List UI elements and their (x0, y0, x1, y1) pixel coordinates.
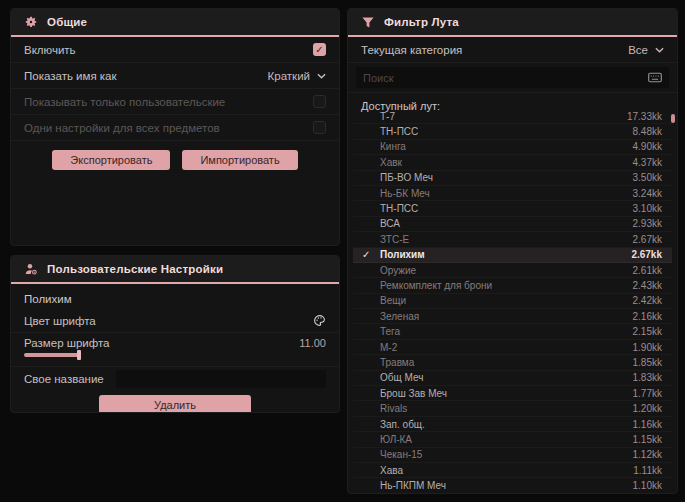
custom-settings-header: Пользовательские Настройки (11, 256, 339, 284)
loot-item-value: 4.37kk (633, 157, 662, 168)
loot-item-value: 2.15kk (633, 326, 662, 337)
loot-item-name: ВСА (380, 218, 633, 229)
export-button[interactable]: Экспортировать (52, 150, 170, 170)
loot-item-value: 2.42kk (633, 295, 662, 306)
loot-item-value: 1.16kk (633, 419, 662, 430)
loot-filter-panel: Фильтр Лута Текущая категория Все Доступ… (347, 8, 678, 494)
loot-item-row[interactable]: Брош Зав Меч1.77kk (353, 386, 672, 401)
loot-item-row[interactable]: ЮЛ-КА1.15kk (353, 432, 672, 447)
only-custom-label: Показывать только пользовательские (24, 96, 225, 108)
show-name-label: Показать имя как (24, 70, 117, 82)
enable-checkbox[interactable]: ✓ (313, 43, 326, 56)
loot-item-value: 1.77kk (633, 388, 662, 399)
loot-item-name: Хавк (380, 157, 633, 168)
loot-item-value: 2.67kk (633, 234, 662, 245)
loot-item-value: 2.16kk (633, 311, 662, 322)
loot-item-value: 3.24kk (633, 188, 662, 199)
loot-item-row[interactable]: ПБ-ВО Меч3.50kk (353, 171, 672, 186)
custom-settings-panel: Пользовательские Настройки Полихим Цвет … (10, 255, 340, 413)
delete-button[interactable]: Удалить (99, 395, 251, 413)
loot-item-row[interactable]: Вещи2.42kk (353, 294, 672, 309)
loot-item-name: Травма (380, 357, 633, 368)
loot-item-row[interactable]: ВСА2.93kk (353, 217, 672, 232)
loot-item-row[interactable]: Хавк4.37kk (353, 155, 672, 170)
loot-filter-title: Фильтр Лута (384, 16, 459, 28)
loot-item-row[interactable]: Общ Меч1.83kk (353, 371, 672, 386)
loot-item-value: 17.33kk (627, 111, 662, 122)
search-input[interactable] (363, 72, 648, 84)
export-import-row: Экспортировать Импортировать (11, 141, 339, 179)
loot-item-value: 4.90kk (633, 141, 662, 152)
loot-item-row[interactable]: Кинга4.90kk (353, 140, 672, 155)
loot-item-value: 8.48kk (633, 126, 662, 137)
loot-item-row[interactable]: Ремкомплект для брони2.43kk (353, 278, 672, 293)
loot-item-name: Общ Меч (380, 372, 633, 383)
loot-item-row[interactable]: ЗТС-Е2.67kk (353, 232, 672, 247)
loot-item-value: 1.11kk (633, 465, 662, 476)
only-custom-checkbox[interactable] (313, 95, 326, 108)
same-settings-checkbox[interactable] (313, 121, 326, 134)
loot-item-row[interactable]: ✓Полихим2.67kk (353, 248, 672, 263)
loot-item-name: Брош Зав Меч (380, 388, 633, 399)
only-custom-row: Показывать только пользовательские (11, 89, 339, 115)
loot-item-value: 3.50kk (633, 172, 662, 183)
keyboard-icon[interactable] (648, 72, 662, 83)
loot-item-row[interactable]: Т-717.33kk (353, 109, 672, 124)
loot-item-value: 1.15kk (633, 434, 662, 445)
category-value: Все (628, 44, 648, 56)
loot-item-name: Тега (380, 326, 633, 337)
loot-item-row[interactable]: Оружие2.61kk (353, 263, 672, 278)
category-label: Текущая категория (361, 44, 462, 56)
scrollbar-thumb[interactable] (671, 114, 675, 123)
loot-item-name: Ремкомплект для брони (380, 280, 633, 291)
loot-item-name: Хава (380, 465, 633, 476)
loot-item-name: ТН-ПСС (380, 126, 633, 137)
loot-item-value: 2.61kk (633, 265, 662, 276)
loot-item-name: Rivals (380, 403, 633, 414)
check-icon: ✓ (362, 249, 370, 260)
search-box (356, 67, 669, 88)
loot-item-name: Зап. общ. (380, 419, 633, 430)
loot-item-value: 1.10kk (633, 480, 662, 491)
loot-item-name: Чекан-15 (380, 449, 633, 460)
loot-item-row[interactable]: Rivals1.20kk (353, 401, 672, 416)
loot-item-row[interactable]: ТН-ПСС8.48kk (353, 124, 672, 139)
loot-item-row[interactable]: Зеленая2.16kk (353, 309, 672, 324)
slider-thumb-handle[interactable] (77, 350, 81, 360)
show-name-value: Краткий (268, 70, 310, 82)
font-size-slider[interactable] (24, 353, 80, 357)
loot-item-row[interactable]: Нь-БК Меч3.24kk (353, 186, 672, 201)
loot-item-row[interactable]: Нь-ПКПМ Меч1.10kk (353, 478, 672, 491)
loot-item-row[interactable]: М-21.90kk (353, 340, 672, 355)
same-settings-label: Одни настройки для всех предметов (24, 122, 220, 134)
loot-item-row[interactable]: Зап. общ.1.16kk (353, 417, 672, 432)
chevron-down-icon (317, 73, 326, 79)
loot-item-row[interactable]: ТН-ПСС3.10kk (353, 201, 672, 216)
custom-name-input[interactable] (116, 370, 326, 388)
general-panel-title: Общие (47, 16, 87, 28)
loot-item-value: 1.90kk (633, 342, 662, 353)
custom-settings-title: Пользовательские Настройки (47, 263, 223, 275)
font-size-row: Размер шрифта 11.00 (11, 333, 339, 367)
loot-item-name: ЮЛ-КА (380, 434, 633, 445)
custom-name-label: Свое название (24, 373, 104, 385)
loot-item-value: 2.67kk (631, 249, 662, 260)
loot-item-row[interactable]: Чекан-151.12kk (353, 448, 672, 463)
loot-filter-header: Фильтр Лута (348, 9, 677, 37)
selected-item-name: Полихим (11, 284, 339, 309)
show-name-dropdown[interactable]: Краткий (268, 70, 326, 82)
loot-item-name: Зеленая (380, 311, 633, 322)
custom-name-row: Свое название (11, 367, 339, 391)
loot-item-row[interactable]: Хава1.11kk (353, 463, 672, 478)
loot-item-row[interactable]: Травма1.85kk (353, 355, 672, 370)
loot-item-value: 1.85kk (633, 357, 662, 368)
show-name-row: Показать имя как Краткий (11, 63, 339, 89)
loot-item-name: Оружие (380, 265, 633, 276)
category-dropdown[interactable]: Все (628, 44, 664, 56)
font-color-row: Цвет шрифта (11, 309, 339, 333)
loot-item-name: ЗТС-Е (380, 234, 633, 245)
loot-item-value: 1.12kk (633, 449, 662, 460)
loot-item-row[interactable]: Тега2.15kk (353, 324, 672, 339)
palette-icon[interactable] (313, 314, 326, 327)
import-button[interactable]: Импортировать (182, 150, 297, 170)
